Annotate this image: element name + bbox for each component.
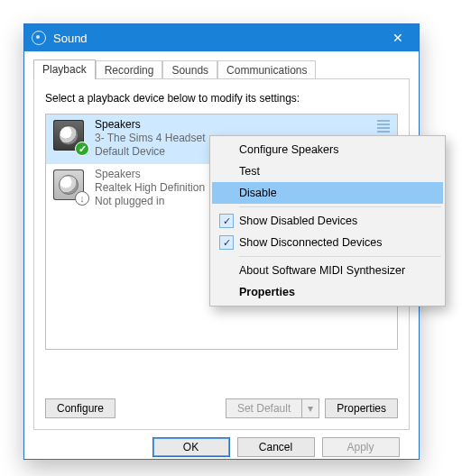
device-title: Speakers [95, 168, 205, 181]
cm-label: Show Disabled Devices [239, 215, 357, 227]
tab-strip: Playback Recording Sounds Communications [33, 59, 410, 78]
tab-recording[interactable]: Recording [96, 60, 163, 79]
default-indicator-icon [377, 120, 390, 133]
set-default-caret[interactable]: ▾ [302, 398, 319, 418]
cm-disable[interactable]: Disable [212, 182, 443, 204]
cm-about-midi[interactable]: About Software MIDI Synthesizer [212, 260, 443, 281]
cm-properties[interactable]: Properties [212, 281, 443, 303]
tab-sounds[interactable]: Sounds [162, 60, 217, 79]
cm-show-disconnected[interactable]: ✓ Show Disconnected Devices [212, 232, 443, 253]
unplugged-badge-icon: ↓ [75, 191, 89, 206]
context-menu[interactable]: Configure Speakers Test Disable ✓ Show D… [209, 135, 446, 307]
cm-separator [239, 256, 441, 257]
check-badge-icon: ✓ [75, 142, 89, 156]
panel-button-row: Configure Set Default ▾ Properties [45, 398, 398, 418]
tab-playback[interactable]: Playback [33, 60, 96, 79]
apply-button[interactable]: Apply [322, 437, 400, 457]
device-status: Default Device [95, 145, 206, 159]
titlebar[interactable]: Sound ✕ [24, 24, 419, 51]
device-title: Speakers [95, 118, 206, 132]
device-subtitle: 3- The Sims 4 Headset [95, 132, 206, 145]
set-default-split-button: Set Default ▾ [226, 398, 319, 418]
cancel-button[interactable]: Cancel [237, 437, 315, 457]
device-texts: Speakers Realtek High Definition Not plu… [95, 168, 205, 208]
instruction-text: Select a playback device below to modify… [45, 92, 398, 105]
cm-configure-speakers[interactable]: Configure Speakers [212, 139, 443, 160]
cm-show-disabled[interactable]: ✓ Show Disabled Devices [212, 210, 443, 232]
sound-icon [32, 31, 46, 45]
window-title: Sound [53, 32, 377, 45]
properties-button[interactable]: Properties [325, 398, 398, 418]
speaker-icon: ↓ [53, 169, 88, 204]
set-default-button[interactable]: Set Default [226, 398, 302, 418]
speaker-icon: ✓ [53, 120, 88, 154]
cm-separator [239, 206, 441, 207]
check-icon: ✓ [219, 235, 234, 250]
configure-button[interactable]: Configure [45, 398, 115, 418]
check-icon: ✓ [219, 214, 234, 228]
dialog-button-row: OK Cancel Apply [142, 430, 410, 457]
cm-label: Show Disconnected Devices [239, 236, 382, 249]
tab-communications[interactable]: Communications [217, 60, 316, 79]
close-button[interactable]: ✕ [377, 24, 419, 51]
device-texts: Speakers 3- The Sims 4 Headset Default D… [95, 118, 206, 159]
device-status: Not plugged in [95, 195, 205, 208]
ok-button[interactable]: OK [152, 437, 230, 457]
device-subtitle: Realtek High Definition [95, 181, 205, 195]
cm-test[interactable]: Test [212, 160, 443, 182]
